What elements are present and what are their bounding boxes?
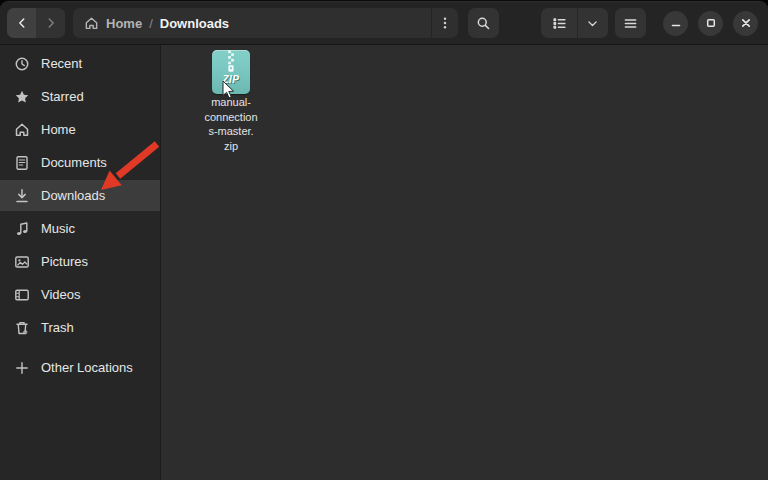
clock-icon [14,56,30,72]
minimize-icon [670,17,682,29]
sidebar-item-other-locations[interactable]: Other Locations [0,352,160,383]
window-body: Recent Starred Home Documents [0,45,768,480]
zip-archive-icon: ZIP [212,50,250,94]
breadcrumb: Home / Downloads [73,8,458,38]
close-button[interactable] [733,11,758,36]
path-options-button[interactable] [431,8,458,38]
file-name-label: manual- connection s-master. zip [204,95,257,153]
breadcrumb-home[interactable]: Home [106,16,142,31]
chevron-left-icon [15,16,29,30]
sidebar-item-label: Pictures [41,254,88,269]
minimize-button[interactable] [663,11,688,36]
home-icon [14,122,30,138]
document-icon [14,155,30,171]
view-options-dropdown[interactable] [578,8,608,38]
zip-badge-label: ZIP [212,74,250,85]
sidebar-item-label: Starred [41,89,84,104]
sidebar-item-videos[interactable]: Videos [0,279,160,310]
kebab-vertical-icon [438,16,452,30]
hamburger-icon [623,16,638,31]
search-button[interactable] [468,8,499,38]
sidebar-item-home[interactable]: Home [0,114,160,145]
sidebar-item-downloads[interactable]: Downloads [0,180,160,211]
headerbar: Home / Downloads [0,2,768,45]
sidebar-item-label: Home [41,122,76,137]
maximize-icon [705,17,717,29]
sidebar-item-label: Recent [41,56,82,71]
file-item-zip[interactable]: ZIP manual- connection s-master. zip [185,50,277,153]
forward-button[interactable] [36,8,65,38]
maximize-button[interactable] [698,11,723,36]
music-note-icon [14,221,30,237]
sidebar-item-label: Videos [41,287,81,302]
picture-icon [14,254,30,270]
back-button[interactable] [7,8,36,38]
list-view-icon [552,16,567,31]
sidebar-item-label: Music [41,221,75,236]
chevron-down-icon [586,17,599,30]
sidebar-item-label: Downloads [41,188,105,203]
breadcrumb-separator: / [149,16,153,31]
plus-icon [14,360,30,376]
sidebar-item-trash[interactable]: Trash [0,312,160,343]
magnifier-icon [476,16,491,31]
close-icon [740,17,752,29]
files-window: Home / Downloads [0,0,768,480]
list-view-button[interactable] [542,8,578,38]
sidebar-item-label: Other Locations [41,360,133,375]
sidebar-item-label: Trash [41,320,74,335]
breadcrumb-current[interactable]: Downloads [160,16,229,31]
view-toggle-button [541,8,608,38]
window-controls [663,11,758,36]
sidebar-item-label: Documents [41,155,107,170]
home-icon [84,16,99,31]
sidebar-item-recent[interactable]: Recent [0,48,160,79]
download-icon [14,188,30,204]
history-nav-group [7,8,65,38]
sidebar-item-documents[interactable]: Documents [0,147,160,178]
sidebar: Recent Starred Home Documents [0,45,161,480]
main-menu-button[interactable] [615,8,646,38]
star-icon [14,89,30,105]
film-icon [14,287,30,303]
sidebar-item-music[interactable]: Music [0,213,160,244]
sidebar-item-pictures[interactable]: Pictures [0,246,160,277]
chevron-right-icon [44,16,58,30]
file-view[interactable]: ZIP manual- connection s-master. zip [161,45,768,480]
trash-icon [14,320,30,336]
sidebar-item-starred[interactable]: Starred [0,81,160,112]
